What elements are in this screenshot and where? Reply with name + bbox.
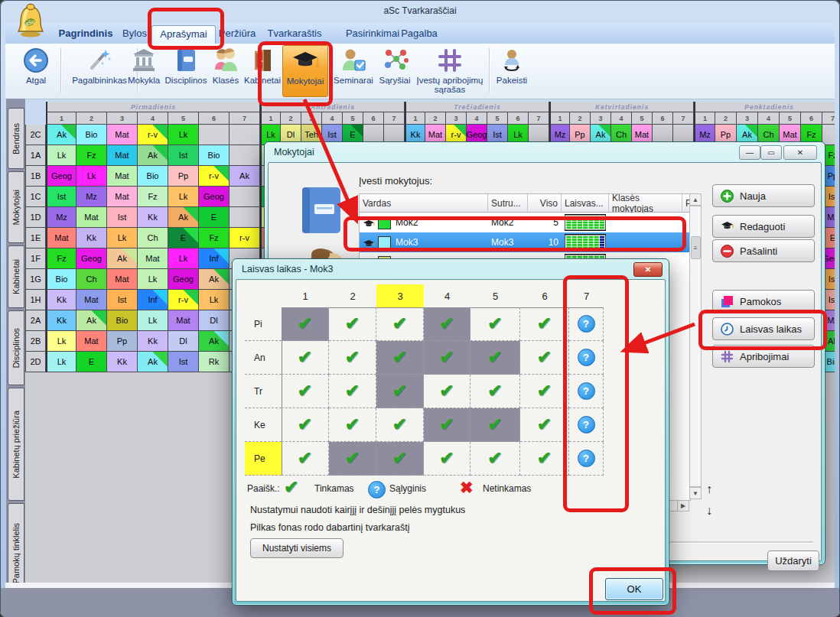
freetime-cell-pe-5[interactable]: ✔ [470,442,520,476]
lesson-cell[interactable]: Lk [199,290,230,310]
menu-item-tvarkaraštis[interactable]: Tvarkaraštis [260,26,329,41]
set-for-all-button[interactable]: Nustatyti visiems [250,538,343,558]
scroll-down-button[interactable]: ▼ [689,487,702,499]
lesson-cell[interactable]: Mat [107,187,138,207]
scroll-right-button[interactable]: ▶ [677,500,689,511]
freetime-cell-an-1[interactable]: ✔ [282,341,329,375]
freetime-cell-tr-6[interactable]: ✔ [520,375,569,408]
lesson-cell[interactable]: Kk [77,228,107,248]
empty-cell[interactable] [230,187,260,207]
lesson-cell[interactable]: Ak [230,166,260,187]
lesson-cell[interactable]: Bio [46,269,77,290]
freetime-cell-an-5[interactable]: ✔ [470,341,520,375]
ribbon-button-disciplinos[interactable]: Disciplinos [163,45,209,96]
lesson-cell[interactable]: Bio [107,310,138,331]
freetime-cell-pi-3[interactable]: ✔ [376,307,424,341]
freetime-cell-an-6[interactable]: ✔ [520,341,569,375]
lesson-cell[interactable]: Mat [77,290,107,310]
freetime-cell-ke-1[interactable]: ✔ [282,408,329,442]
ribbon-button-klasės[interactable]: Klasės [209,45,243,96]
teachers-action-nauja[interactable]: Nauja [712,184,815,207]
lesson-cell[interactable]: Kk [46,310,77,331]
lesson-cell[interactable]: Kk [107,352,138,372]
column-header-5[interactable]: Klasės mokytojas [609,194,682,213]
lesson-cell[interactable]: Lk [46,331,77,352]
lesson-cell[interactable]: r-v [199,166,230,187]
lesson-cell[interactable]: Pp [168,166,199,187]
freetime-cell-pe-1[interactable]: ✔ [282,442,329,476]
lesson-cell[interactable]: Ch [138,228,168,248]
lesson-cell[interactable]: Ist [107,207,138,228]
lesson-cell[interactable]: Ak [199,269,230,290]
lesson-cell[interactable]: Ak [199,331,230,352]
lesson-cell[interactable]: Kk [46,290,77,310]
teachers-action-redaguoti[interactable]: Redaguoti [712,215,815,238]
sidebar-tab-disciplinos[interactable]: Disciplinos [8,310,24,385]
lesson-cell[interactable]: Rk [199,352,230,372]
lesson-cell[interactable]: Mz [77,187,107,207]
maximize-button[interactable]: ▭ [760,145,782,160]
freetime-cell-pe-2[interactable]: ✔ [329,442,376,476]
lesson-cell[interactable]: Ist [168,145,199,166]
empty-cell[interactable] [230,125,260,145]
lesson-cell[interactable]: Geog [77,248,107,269]
scroll-up-button[interactable]: ▲ [689,193,702,206]
column-header-1[interactable]: Vardas [360,194,488,213]
freetime-cell-an-4[interactable]: ✔ [424,341,470,375]
empty-cell[interactable] [199,125,230,145]
lesson-cell[interactable]: Fz [138,187,168,207]
freetime-cell-tr-4[interactable]: ✔ [424,375,470,408]
lesson-cell[interactable]: Inf [138,290,168,310]
freetime-cell-pe-4[interactable]: ✔ [424,442,470,476]
lesson-cell[interactable]: Bio [138,166,168,187]
lesson-cell[interactable]: Geog [168,269,199,290]
lesson-cell[interactable]: Pp [107,331,138,352]
freetime-cell-ke-6[interactable]: ✔ [520,408,569,442]
close-icon[interactable]: ✕ [633,262,663,277]
lesson-cell[interactable]: Ak [138,352,168,372]
lesson-cell[interactable]: E [168,228,199,248]
empty-cell[interactable] [230,145,260,166]
lesson-cell[interactable]: Ist [168,352,199,372]
sidebar-tab-kabinetai[interactable]: Kabinetai [8,245,24,308]
lesson-cell[interactable]: Geog [199,187,230,207]
lesson-cell[interactable]: Dl [199,310,230,331]
lesson-cell[interactable]: Ak [46,125,77,145]
sort-down-arrow[interactable]: ↓ [706,504,712,518]
freetime-cell-tr-1[interactable]: ✔ [282,375,329,408]
lesson-cell[interactable]: r-v [230,228,260,248]
close-dialog-button[interactable]: Uždaryti [767,550,819,571]
lesson-cell[interactable]: Bio [199,145,230,166]
lesson-cell[interactable]: Fz [46,248,77,269]
lesson-cell[interactable]: Mat [107,145,138,166]
sort-up-arrow[interactable]: ↑ [706,482,712,496]
lesson-cell[interactable]: Mz [46,207,77,228]
freetime-cell-tr-5[interactable]: ✔ [470,375,520,408]
lesson-cell[interactable]: r-v [168,290,199,310]
lesson-cell[interactable]: Fz [77,145,107,166]
menu-item-pagrindinis[interactable]: Pagrindinis [54,26,118,41]
ribbon-button-įvestų-apribojimų[interactable]: Įvestų apribojimų sąrašas [412,45,487,96]
lesson-cell[interactable]: Lk [107,228,138,248]
lesson-cell[interactable]: Inf [199,248,230,269]
lesson-cell[interactable]: Ak [138,145,168,166]
lesson-cell[interactable]: Ist [107,290,138,310]
freetime-cell-an-3[interactable]: ✔ [376,341,424,375]
lesson-cell[interactable]: Mat [77,207,107,228]
sidebar-tab-bendras[interactable]: Bendras [8,108,24,169]
lesson-cell[interactable]: Lk [168,125,199,145]
column-header-3[interactable]: Viso [528,194,562,213]
ribbon-button-mokykla[interactable]: Mokykla [125,45,163,96]
lesson-cell[interactable]: Bio [77,125,107,145]
vertical-scrollbar-thumb[interactable]: ≡ [691,236,701,259]
lesson-cell[interactable]: Mat [107,166,138,187]
column-header-4[interactable]: Laisvas... [562,194,609,213]
lesson-cell[interactable]: Lk [168,187,199,207]
freetime-cell-pi-6[interactable]: ✔ [520,307,569,341]
column-header-2[interactable]: Sutru... [488,194,528,213]
ribbon-button-sąryšiai[interactable]: Sąryšiai [377,45,412,96]
lesson-cell[interactable]: Mat [107,269,138,290]
lesson-cell[interactable]: Ak [77,310,107,331]
freetime-cell-pi-2[interactable]: ✔ [329,307,376,341]
lesson-cell[interactable]: Lk [138,269,168,290]
